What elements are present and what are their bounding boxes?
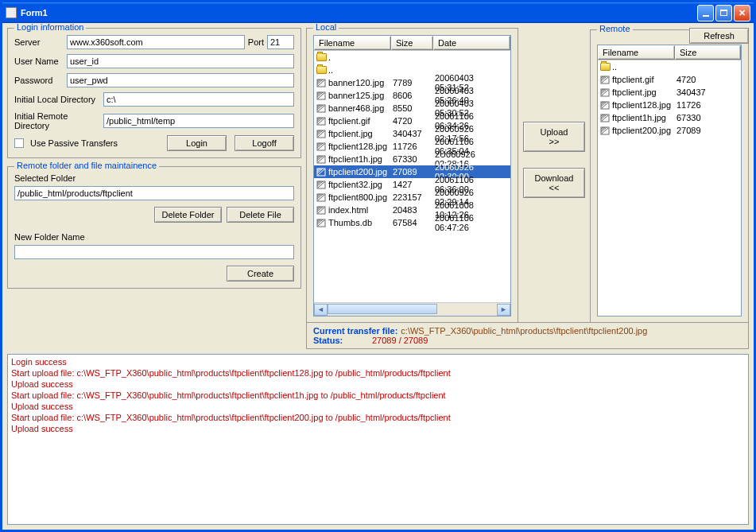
scroll-thumb[interactable] bbox=[328, 304, 437, 314]
maint-legend: Remote folder and file maintainence bbox=[14, 161, 159, 170]
file-icon bbox=[316, 116, 327, 126]
password-label: Password bbox=[14, 76, 64, 85]
status-group: Current transfer file: c:\WS_FTP_X360\pu… bbox=[306, 322, 749, 349]
list-item[interactable]: Thumbs.db6758420061106 06:47:26 bbox=[314, 216, 510, 229]
delete-folder-button[interactable]: Delete Folder bbox=[154, 207, 222, 223]
remote-group: Remote Filename Size ..ftpclient.gif4720… bbox=[590, 29, 749, 324]
remote-col-size[interactable]: Size bbox=[675, 45, 741, 60]
localdir-input[interactable] bbox=[103, 92, 294, 107]
file-icon bbox=[316, 129, 327, 139]
file-icon bbox=[316, 78, 327, 88]
maintenance-group: Remote folder and file maintainence Sele… bbox=[7, 166, 301, 289]
list-item[interactable]: ftpclient200.jpg27089 bbox=[598, 124, 741, 137]
file-icon bbox=[316, 154, 327, 165]
file-icon bbox=[316, 103, 327, 114]
local-listview[interactable]: Filename Size Date ...banner120.jpg77892… bbox=[313, 35, 511, 316]
file-icon bbox=[316, 167, 327, 177]
logoff-button[interactable]: Logoff bbox=[235, 135, 294, 151]
file-icon bbox=[600, 75, 611, 85]
server-label: Server bbox=[14, 37, 64, 47]
remote-legend: Remote bbox=[597, 24, 633, 33]
local-legend: Local bbox=[313, 23, 339, 32]
passive-checkbox[interactable] bbox=[14, 138, 24, 148]
file-icon bbox=[316, 218, 327, 228]
list-item[interactable]: ftpclient128.jpg11726 bbox=[598, 99, 741, 111]
status-file-label: Current transfer file: bbox=[313, 326, 397, 336]
list-item[interactable]: ftpclient1h.jpg67330 bbox=[598, 111, 741, 124]
remotedir-input[interactable] bbox=[103, 114, 294, 128]
passive-label: Use Passive Transfers bbox=[30, 138, 164, 148]
folder-icon bbox=[316, 66, 327, 74]
remote-col-filename[interactable]: Filename bbox=[598, 45, 675, 60]
newfolder-input[interactable] bbox=[14, 245, 294, 259]
scroll-right-button[interactable]: ► bbox=[497, 304, 510, 316]
file-icon bbox=[600, 100, 611, 111]
remote-listview[interactable]: Filename Size ..ftpclient.gif4720ftpclie… bbox=[597, 45, 742, 316]
file-icon bbox=[600, 126, 611, 136]
log-output: Login success Start upload file: c:\WS_F… bbox=[7, 354, 749, 525]
file-icon bbox=[316, 180, 327, 190]
username-label: User Name bbox=[14, 56, 64, 66]
localdir-label: Initial Local Directory bbox=[14, 95, 100, 104]
refresh-button[interactable]: Refresh bbox=[689, 28, 749, 44]
file-icon bbox=[316, 205, 327, 216]
selected-folder-input[interactable] bbox=[14, 186, 294, 200]
maximize-button[interactable] bbox=[715, 5, 732, 21]
list-item[interactable]: . bbox=[314, 51, 510, 64]
password-input[interactable] bbox=[67, 73, 294, 87]
folder-icon bbox=[600, 63, 611, 71]
download-button[interactable]: Download << bbox=[523, 168, 585, 198]
port-label: Port bbox=[248, 37, 264, 47]
close-button[interactable]: ✕ bbox=[734, 5, 750, 21]
minimize-button[interactable] bbox=[697, 5, 714, 21]
delete-file-button[interactable]: Delete File bbox=[227, 207, 294, 223]
app-window: Form1 ✕ Login information Server Port bbox=[0, 0, 756, 532]
local-group: Local Filename Size Date ...banner120.jp… bbox=[306, 28, 518, 324]
scroll-left-button[interactable]: ◄ bbox=[314, 304, 328, 316]
list-item[interactable]: ftpclient.gif4720 bbox=[598, 73, 741, 86]
upload-button[interactable]: Upload >> bbox=[523, 122, 585, 152]
create-button[interactable]: Create bbox=[227, 266, 294, 282]
status-progress: 27089 / 27089 bbox=[372, 336, 428, 345]
list-item[interactable]: .. bbox=[598, 60, 741, 73]
file-icon bbox=[600, 87, 611, 98]
window-title: Form1 bbox=[21, 8, 48, 17]
login-legend: Login information bbox=[14, 23, 86, 32]
local-hscrollbar[interactable]: ◄ ► bbox=[314, 302, 510, 316]
port-input[interactable] bbox=[267, 35, 294, 49]
newfolder-label: New Folder Name bbox=[14, 232, 294, 242]
file-icon bbox=[600, 113, 611, 123]
server-input[interactable] bbox=[67, 35, 245, 49]
login-button[interactable]: Login bbox=[167, 135, 227, 151]
status-file-value: c:\WS_FTP_X360\public_html\products\ftpc… bbox=[401, 326, 647, 336]
file-icon bbox=[316, 192, 327, 203]
username-input[interactable] bbox=[67, 54, 294, 68]
file-icon bbox=[316, 142, 327, 152]
app-icon bbox=[6, 7, 17, 18]
local-col-date[interactable]: Date bbox=[433, 36, 510, 50]
titlebar[interactable]: Form1 ✕ bbox=[2, 2, 754, 23]
list-item[interactable]: ftpclient.jpg340437 bbox=[598, 86, 741, 99]
file-icon bbox=[316, 91, 327, 101]
local-col-filename[interactable]: Filename bbox=[314, 36, 391, 50]
selected-folder-label: Selected Folder bbox=[14, 173, 294, 183]
status-label: Status: bbox=[313, 336, 353, 345]
remotedir-label: Initial Remote Directory bbox=[14, 111, 100, 130]
login-group: Login information Server Port User Name … bbox=[7, 28, 301, 158]
folder-icon bbox=[316, 53, 327, 61]
local-col-size[interactable]: Size bbox=[391, 36, 433, 50]
